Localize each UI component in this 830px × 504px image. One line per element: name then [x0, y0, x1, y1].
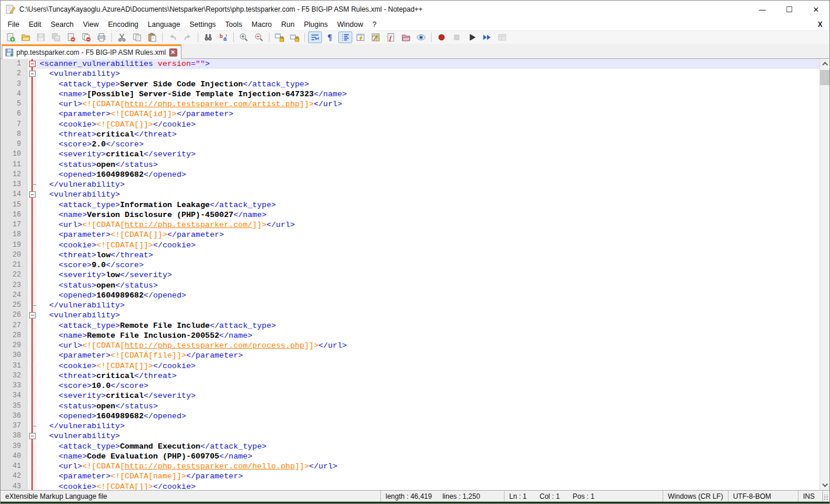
line-number[interactable]: 1 [1, 59, 27, 69]
word-wrap-button[interactable] [308, 32, 322, 43]
line-number[interactable]: 13 [1, 180, 27, 190]
line-number[interactable]: 5 [1, 99, 27, 109]
code-line[interactable]: <status>open</status> [37, 160, 820, 170]
scroll-down-arrow-icon[interactable] [820, 480, 829, 490]
tab-php-testsparker-asm-rules[interactable]: php.testsparker.com - F5 BIG-IP ASM Rule… [2, 44, 181, 59]
line-number[interactable]: 43 [1, 482, 27, 491]
line-number[interactable]: 8 [1, 130, 27, 139]
menu-view[interactable]: View [78, 19, 103, 30]
code-line[interactable]: <url><![CDATA[http://php.testsparker.com… [37, 341, 820, 351]
code-line[interactable]: <url><![CDATA[http://php.testsparker.com… [37, 461, 820, 471]
code-line[interactable]: <status>open</status> [37, 401, 820, 411]
code-line[interactable]: <opened>1604989682</opened> [37, 290, 820, 300]
line-number[interactable]: 9 [1, 139, 27, 149]
status-encoding[interactable]: UTF-8-BOM [729, 491, 799, 502]
zoom-out-button[interactable] [252, 32, 266, 43]
vertical-scrollbar[interactable] [820, 59, 829, 490]
show-all-characters-button[interactable]: ¶ [323, 32, 337, 43]
scroll-up-arrow-icon[interactable] [820, 59, 829, 69]
code-line[interactable]: <severity>low</severity> [37, 270, 820, 280]
line-number[interactable]: 31 [1, 361, 27, 371]
code-line[interactable]: </vulnerability> [37, 421, 820, 431]
line-number[interactable]: 16 [1, 210, 27, 220]
line-number[interactable]: 33 [1, 381, 27, 391]
print-button[interactable] [94, 32, 108, 43]
cut-button[interactable] [115, 32, 129, 43]
fold-collapse-box[interactable] [27, 431, 37, 441]
code-line[interactable]: <vulnerability> [37, 310, 820, 320]
code-line[interactable]: <cookie><![CDATA[]]></cookie> [37, 120, 820, 130]
fold-collapse-box[interactable] [27, 190, 37, 200]
code-line[interactable]: <severity>critical</severity> [37, 149, 820, 159]
line-number[interactable]: 42 [1, 471, 27, 481]
line-number[interactable]: 26 [1, 310, 27, 320]
menu-edit[interactable]: Edit [24, 19, 46, 30]
scrollbar-thumb[interactable] [820, 70, 829, 85]
line-number[interactable]: 37 [1, 421, 27, 431]
line-number[interactable]: 3 [1, 79, 27, 89]
menu-help[interactable]: ? [367, 19, 381, 30]
line-number[interactable]: 27 [1, 321, 27, 331]
code-line[interactable]: <vulnerability> [37, 69, 820, 79]
line-number[interactable]: 36 [1, 411, 27, 421]
fold-collapse-box[interactable] [27, 59, 37, 69]
indent-guide-button[interactable] [338, 32, 352, 43]
code-line[interactable]: <attack_type>Command Execution</attack_t… [37, 442, 820, 452]
minimize-button[interactable]: — [749, 1, 776, 18]
code-line[interactable]: <vulnerability> [37, 431, 820, 441]
line-number[interactable]: 28 [1, 331, 27, 341]
line-number[interactable]: 25 [1, 300, 27, 310]
close-all-button[interactable] [79, 32, 93, 43]
line-number[interactable]: 34 [1, 391, 27, 401]
code-line[interactable]: <threat>critical</threat> [37, 130, 820, 139]
code-line[interactable]: </vulnerability> [37, 180, 820, 190]
line-number[interactable]: 39 [1, 442, 27, 452]
replace-button[interactable]: ba [216, 32, 230, 43]
code-line[interactable]: <attack_type>Information Leakage</attack… [37, 200, 820, 210]
fold-collapse-box[interactable] [27, 310, 37, 320]
document-close-x[interactable]: X [811, 19, 829, 30]
playback-macro-button[interactable] [465, 32, 479, 43]
line-number[interactable]: 40 [1, 452, 27, 461]
line-number[interactable]: 32 [1, 371, 27, 381]
code-line[interactable]: <cookie><![CDATA[]]></cookie> [37, 361, 820, 371]
status-eol-format[interactable]: Windows (CR LF) [663, 491, 729, 502]
menu-settings[interactable]: Settings [185, 19, 220, 30]
document-map-button[interactable] [369, 32, 383, 43]
open-file-button[interactable] [19, 32, 33, 43]
code-line[interactable]: <cookie><![CDATA[]]></cookie> [37, 482, 820, 491]
code-line[interactable]: <parameter><![CDATA[id]]></parameter> [37, 109, 820, 119]
zoom-in-button[interactable] [237, 32, 251, 43]
menu-run[interactable]: Run [276, 19, 299, 30]
code-line[interactable]: <url><![CDATA[http://php.testsparker.com… [37, 220, 820, 230]
user-defined-language-button[interactable] [353, 32, 367, 43]
code-line[interactable]: <score>9.0</score> [37, 260, 820, 270]
code-line[interactable]: <threat>critical</threat> [37, 371, 820, 381]
line-number[interactable]: 22 [1, 270, 27, 280]
line-number[interactable]: 17 [1, 220, 27, 230]
line-number[interactable]: 29 [1, 341, 27, 351]
line-number[interactable]: 24 [1, 290, 27, 300]
code-line[interactable]: <name>Code Evaluation (PHP)-609705</name… [37, 452, 820, 461]
line-number[interactable]: 15 [1, 200, 27, 210]
code-view[interactable]: 1<scanner_vulnerabilities version="">2 <… [1, 59, 820, 490]
code-line[interactable]: <parameter><![CDATA[file]]></parameter> [37, 351, 820, 360]
line-number[interactable]: 19 [1, 240, 27, 250]
code-line[interactable]: <vulnerability> [37, 190, 820, 200]
line-number[interactable]: 18 [1, 230, 27, 240]
code-line[interactable]: <status>open</status> [37, 281, 820, 290]
close-file-button[interactable] [64, 32, 78, 43]
line-number[interactable]: 23 [1, 281, 27, 290]
line-number[interactable]: 10 [1, 149, 27, 159]
code-line[interactable]: <opened>1604989682</opened> [37, 170, 820, 180]
line-number[interactable]: 11 [1, 160, 27, 170]
code-line[interactable]: <attack_type>Remote File Include</attack… [37, 321, 820, 331]
resize-grip[interactable] [823, 491, 829, 502]
line-number[interactable]: 30 [1, 351, 27, 360]
function-list-button[interactable]: f [384, 32, 398, 43]
copy-button[interactable] [130, 32, 144, 43]
close-button[interactable]: ✕ [803, 1, 829, 18]
menu-window[interactable]: Window [332, 19, 367, 30]
maximize-button[interactable]: ☐ [776, 1, 803, 18]
code-line[interactable]: <cookie><![CDATA[]]></cookie> [37, 240, 820, 250]
